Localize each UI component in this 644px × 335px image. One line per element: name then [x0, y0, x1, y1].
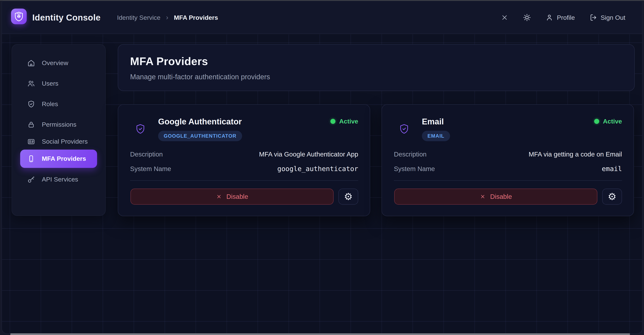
- status-dot-icon: [594, 119, 599, 124]
- sidebar-item-label: Users: [42, 80, 88, 87]
- shield-check-icon: [27, 100, 35, 108]
- provider-card-email: Email EMAIL Active Description MFA via g…: [382, 104, 634, 216]
- settings-button[interactable]: ⚙: [338, 189, 358, 205]
- system-name-label: System Name: [130, 165, 171, 173]
- status-label: Active: [339, 118, 358, 125]
- sidebar-item-roles[interactable]: Roles: [20, 95, 97, 113]
- close-button[interactable]: [501, 14, 508, 21]
- key-icon: [27, 176, 35, 183]
- settings-button[interactable]: ⚙: [602, 189, 622, 205]
- profile-button[interactable]: Profile: [546, 14, 575, 21]
- page-background-grid: Overview Users Roles: [2, 34, 642, 334]
- profile-label: Profile: [557, 14, 575, 21]
- sidebar-item-label: API Services: [42, 176, 88, 183]
- shield-check-icon: [399, 123, 410, 135]
- description-value: MFA via getting a code on Email: [529, 151, 622, 158]
- description-label: Description: [394, 151, 426, 158]
- x-icon: [216, 194, 222, 200]
- shield-check-icon: [135, 123, 146, 135]
- app-logo: [11, 8, 27, 24]
- page-subtitle: Manage multi-factor authentication provi…: [130, 73, 622, 81]
- disable-label: Disable: [226, 193, 248, 200]
- chevron-right-icon: ›: [166, 14, 168, 21]
- horizontal-scrollbar[interactable]: [10, 333, 630, 335]
- close-icon: [501, 14, 508, 21]
- page-title: MFA Providers: [130, 55, 622, 68]
- sidebar-item-label: Social Providers: [42, 138, 88, 145]
- app-window: Identity Console Identity Service › MFA …: [2, 1, 642, 334]
- topbar-actions: Profile Sign Out: [501, 1, 625, 34]
- home-icon: [27, 59, 35, 67]
- description-row: Description MFA via Google Authenticator…: [130, 151, 358, 158]
- provider-name: Google Authenticator: [158, 117, 242, 126]
- disable-button[interactable]: Disable: [130, 189, 334, 205]
- topbar: Identity Console Identity Service › MFA …: [2, 1, 642, 34]
- provider-code-badge: EMAIL: [422, 131, 450, 141]
- signout-label: Sign Out: [601, 14, 625, 21]
- provider-code-badge: GOOGLE_AUTHENTICATOR: [158, 131, 242, 141]
- breadcrumb-parent[interactable]: Identity Service: [117, 14, 160, 21]
- card-actions: Disable ⚙: [130, 189, 358, 205]
- status-badge: Active: [330, 118, 358, 125]
- theme-toggle-button[interactable]: [523, 13, 531, 22]
- sidebar-item-label: Roles: [42, 100, 88, 108]
- sidebar-item-label: MFA Providers: [42, 155, 88, 162]
- system-name-row: System Name google_authenticator: [130, 165, 358, 173]
- app-title: Identity Console: [32, 1, 100, 34]
- system-name-value: google_authenticator: [278, 165, 358, 173]
- id-card-icon: [27, 138, 35, 145]
- sidebar-item-label: Overview: [42, 59, 88, 67]
- smartphone-icon: [27, 155, 35, 163]
- sidebar: Overview Users Roles: [12, 44, 106, 216]
- sidebar-item-permissions[interactable]: Permissions: [20, 116, 97, 134]
- status-label: Active: [603, 118, 622, 125]
- sun-icon: [523, 13, 531, 22]
- provider-name: Email: [422, 117, 444, 126]
- lock-icon: [27, 121, 35, 128]
- divider: [394, 180, 622, 181]
- gear-icon: ⚙: [608, 192, 616, 201]
- shield-cube-logo-icon: [14, 11, 24, 22]
- provider-card-google-authenticator: Google Authenticator GOOGLE_AUTHENTICATO…: [118, 104, 370, 216]
- status-dot-icon: [330, 119, 336, 124]
- gear-icon: ⚙: [344, 192, 353, 201]
- user-icon: [546, 14, 553, 21]
- system-name-value: email: [602, 165, 622, 173]
- card-actions: Disable ⚙: [394, 189, 622, 205]
- disable-label: Disable: [490, 193, 512, 200]
- breadcrumb: Identity Service › MFA Providers: [117, 1, 218, 34]
- system-name-row: System Name email: [394, 165, 622, 173]
- sidebar-item-api-services[interactable]: API Services: [20, 170, 97, 188]
- description-label: Description: [130, 151, 163, 158]
- window-top-edge: [0, 0, 644, 1]
- description-value: MFA via Google Authenticator App: [259, 151, 358, 158]
- signout-button[interactable]: Sign Out: [590, 14, 625, 21]
- disable-button[interactable]: Disable: [394, 189, 597, 205]
- page-header-card: MFA Providers Manage multi-factor authen…: [118, 44, 635, 91]
- description-row: Description MFA via getting a code on Em…: [394, 151, 622, 158]
- sidebar-item-users[interactable]: Users: [20, 75, 97, 92]
- users-icon: [27, 80, 35, 87]
- sidebar-item-label: Permissions: [42, 121, 88, 128]
- status-badge: Active: [594, 118, 622, 125]
- sidebar-item-overview[interactable]: Overview: [20, 54, 97, 72]
- system-name-label: System Name: [394, 165, 435, 173]
- x-icon: [480, 194, 486, 200]
- divider: [130, 180, 358, 181]
- breadcrumb-current: MFA Providers: [174, 14, 218, 21]
- sidebar-item-mfa-providers[interactable]: MFA Providers: [20, 150, 97, 168]
- sidebar-item-social-providers[interactable]: Social Providers: [20, 136, 97, 147]
- logout-icon: [590, 14, 597, 21]
